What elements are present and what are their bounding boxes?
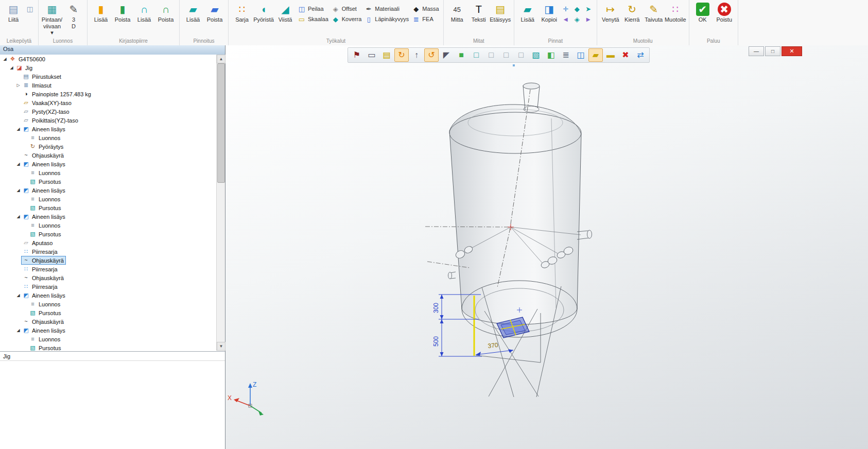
tree-item-pursotus[interactable]: ▧Pursotus	[0, 308, 217, 317]
tree-item-aineen-lisäys[interactable]: ◢◩Aineen lisäys	[0, 326, 217, 335]
expand-closed-icon[interactable]: ▷	[15, 83, 21, 88]
tree-item-pursotus[interactable]: ▧Pursotus	[0, 177, 217, 186]
surf-right-button[interactable]: ►	[583, 14, 594, 24]
expand-open-icon[interactable]: ◢	[15, 127, 21, 131]
tree-item-aineen-lisäys[interactable]: ◢◩Aineen lisäys	[0, 125, 217, 133]
fea-button[interactable]: ≣FEA	[410, 14, 440, 24]
tree-item-poikittais-yz-taso[interactable]: ▱Poikittais(YZ)-taso	[0, 116, 217, 125]
poistu-button[interactable]: ✖Poistu	[714, 1, 735, 23]
teksti-button[interactable]: TTeksti	[468, 1, 490, 23]
surf-arrow-button[interactable]: ➤	[583, 4, 594, 14]
tree-item-ohjauskäyrä[interactable]: ~Ohjauskäyrä	[0, 256, 217, 265]
viistä-button[interactable]: ◢Viistä	[274, 1, 296, 23]
expand-open-icon[interactable]: ◢	[15, 293, 21, 298]
scroll-down-icon[interactable]: ▼	[217, 342, 225, 351]
cube-wire3-button[interactable]: □	[514, 48, 528, 62]
pintaan-viivaan-button[interactable]: ▦Pintaan/ viivaan ▾	[41, 1, 63, 36]
layers-button[interactable]: ◫	[574, 48, 588, 62]
materiaali-button[interactable]: ✒Materiaali	[363, 4, 410, 14]
axis-move-button[interactable]: ↑	[409, 48, 424, 62]
surf-pick-add-button[interactable]: ✛	[560, 4, 571, 14]
orbit-button[interactable]: ↺	[424, 48, 439, 62]
poista-button[interactable]: ∩Poista	[155, 1, 177, 23]
muotoile-button[interactable]: ∷Muotoile	[665, 1, 686, 23]
maximize-button[interactable]: □	[765, 46, 780, 56]
liitä-button[interactable]: ▤Liitä	[3, 1, 24, 23]
skaalaa-button[interactable]: ▭Skaalaa	[296, 14, 330, 24]
tree-item-piirresarja[interactable]: ∷Piirresarja	[0, 282, 217, 291]
pyöristä-button[interactable]: ◖Pyöristä	[253, 1, 274, 23]
tree-item-luonnos[interactable]: ≡Luonnos	[0, 300, 217, 308]
sarja-button[interactable]: ∷Sarja	[231, 1, 253, 23]
poista-button[interactable]: ▮Poista	[112, 1, 133, 23]
tree-item-pyöräytys[interactable]: ↻Pyöräytys	[0, 142, 217, 151]
kierrä-button[interactable]: ↻Kierrä	[621, 1, 643, 23]
3-d-button[interactable]: ✎3 D	[63, 1, 84, 29]
expand-open-icon[interactable]: ◢	[9, 65, 14, 70]
cube-solid-button[interactable]: ■	[454, 48, 468, 62]
expand-open-icon[interactable]: ◢	[15, 328, 21, 333]
poista-button[interactable]: ▰Poista	[204, 1, 225, 23]
läpinäkyvyys-button[interactable]: ▯Läpinäkyvyys	[363, 14, 410, 24]
tree-item-aineen-lisäys[interactable]: ◢◩Aineen lisäys	[0, 291, 217, 300]
expand-open-icon[interactable]: ◢	[15, 214, 21, 219]
minimize-button[interactable]: —	[749, 46, 764, 56]
tree-scrollbar[interactable]: ▲ ▼	[216, 55, 225, 351]
tree-item-ilmiasut[interactable]: ▷≣Ilmiasut	[0, 81, 217, 90]
scroll-up-icon[interactable]: ▲	[217, 55, 225, 63]
viewport[interactable]: 300 500 370 Z X ⚑▭▤↻↑↺◤■□□□□▧◧≣◫▰▬✖⇄ — □…	[225, 45, 868, 449]
tree-item-aineen-lisäys[interactable]: ◢◩Aineen lisäys	[0, 186, 217, 195]
tree-item-luonnos[interactable]: ≡Luonnos	[0, 133, 217, 142]
pin-button[interactable]: ⚑	[350, 48, 364, 62]
tree-item-pysty-xz-taso[interactable]: ▱Pysty(XZ)-taso	[0, 107, 217, 116]
tree-item-piirustukset[interactable]: ▤Piirustukset	[0, 72, 217, 81]
viewport-canvas[interactable]: 300 500 370 Z X	[225, 45, 868, 449]
tree-item-luonnos[interactable]: ≡Luonnos	[0, 168, 217, 177]
tree-item-piirresarja[interactable]: ∷Piirresarja	[0, 265, 217, 273]
rotate-snap-button[interactable]: ↻	[394, 48, 409, 62]
export-button[interactable]: ⇄	[633, 48, 648, 62]
tree-item-luonnos[interactable]: ≡Luonnos	[0, 335, 217, 343]
expand-open-icon[interactable]: ◢	[15, 162, 21, 166]
expand-open-icon[interactable]: ◢	[15, 188, 21, 193]
lisää-button[interactable]: ▰Lisää	[182, 1, 204, 23]
mitta-button[interactable]: 45Mitta	[446, 1, 468, 23]
surface-select-button[interactable]: ▰	[588, 48, 603, 62]
tree-item-painopiste-1257-483-kg[interactable]: ◑Painopiste 1257.483 kg	[0, 90, 217, 98]
tree-item-pursotus[interactable]: ▧Pursotus	[0, 203, 217, 212]
tree-item-aineen-lisäys[interactable]: ◢◩Aineen lisäys	[0, 212, 217, 221]
measure-ruler-button[interactable]: ▤	[379, 48, 394, 62]
kopioi-button[interactable]: ◨Kopioi	[539, 1, 560, 23]
ok-button[interactable]: ✔OK	[692, 1, 714, 23]
scrollbar-thumb[interactable]	[217, 63, 225, 183]
tree-item-aineen-lisäys[interactable]: ◢◩Aineen lisäys	[0, 160, 217, 168]
tree-item-aputaso[interactable]: ▱Aputaso	[0, 238, 217, 247]
surf-diamond-button[interactable]: ◆	[571, 4, 583, 14]
etäisyys-button[interactable]: ▤Etäisyys	[490, 1, 511, 23]
close-button[interactable]: ✕	[782, 46, 802, 56]
offset-button[interactable]: ◈Offset	[330, 4, 363, 14]
sheet-list-button[interactable]: ≣	[559, 48, 573, 62]
tree-item-g4t50600[interactable]: ◢❖G4T50600	[0, 55, 217, 63]
surface-slab-button[interactable]: ▬	[603, 48, 618, 62]
tree-item-ohjauskäyrä[interactable]: ~Ohjauskäyrä	[0, 273, 217, 282]
tree-item-ohjauskäyrä[interactable]: ~Ohjauskäyrä	[0, 151, 217, 160]
expand-open-icon[interactable]: ◢	[2, 57, 8, 61]
lisää-button[interactable]: ▰Lisää	[517, 1, 539, 23]
taivuta-button[interactable]: ✎Taivuta	[643, 1, 665, 23]
frame-select-button[interactable]: ▭	[364, 48, 379, 62]
massa-button[interactable]: ◆Massa	[410, 4, 440, 14]
copy-button[interactable]: ◫	[24, 4, 36, 14]
tree-item-piirresarja[interactable]: ∷Piirresarja	[0, 247, 217, 256]
surf-pick-left-button[interactable]: ◄	[560, 14, 571, 24]
tree-item-pursotus[interactable]: ▧Pursotus	[0, 230, 217, 238]
venytä-button[interactable]: ↦Venytä	[600, 1, 621, 23]
cube-wire2-button[interactable]: □	[499, 48, 513, 62]
cube-wire-button[interactable]: □	[484, 48, 498, 62]
cube-shaded-button[interactable]: ▧	[529, 48, 543, 62]
tree-item-jig[interactable]: ◢◪Jig	[0, 63, 217, 72]
tree-item-pursotus[interactable]: ▧Pursotus	[0, 343, 217, 351]
surf-gem-button[interactable]: ◈	[571, 14, 583, 24]
pick-cube-button[interactable]: ◧	[544, 48, 558, 62]
tree-item-luonnos[interactable]: ≡Luonnos	[0, 221, 217, 230]
